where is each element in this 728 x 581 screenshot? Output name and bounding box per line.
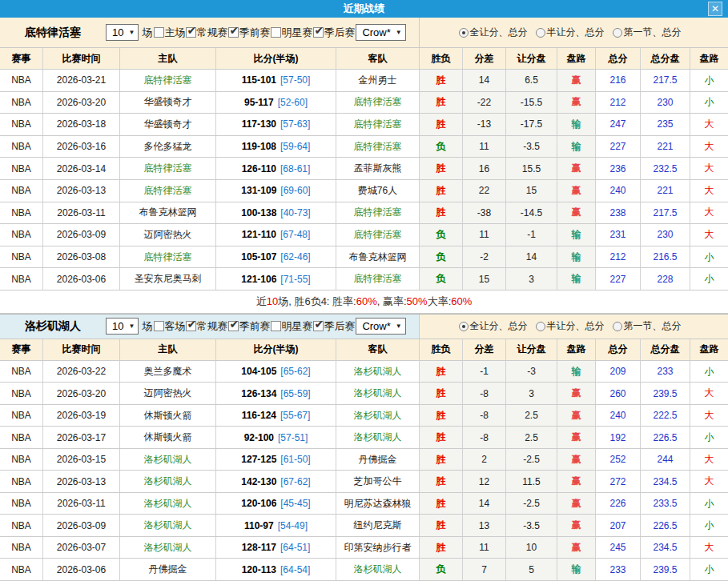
checkbox-checked[interactable]: ✔: [186, 27, 196, 38]
cell-home-team-text: 迈阿密热火: [144, 387, 192, 400]
cell-away-team: 洛杉矶湖人: [336, 361, 420, 383]
cell-point-diff-text: 16: [479, 163, 489, 174]
cell-total-result-text: 大: [705, 228, 714, 242]
bookmaker-select[interactable]: Crow* ▼: [356, 24, 405, 41]
cell-total-result-text: 小: [705, 95, 714, 109]
cell-score: 142-130[67-62]: [216, 471, 336, 492]
cell-league-text: NBA: [11, 207, 31, 218]
checkbox-checked[interactable]: ✔: [313, 321, 324, 331]
cell-score: 126-110[68-61]: [216, 158, 336, 179]
summary-text: , 赢率:: [377, 295, 407, 309]
checkbox-checked[interactable]: ✔: [228, 27, 239, 38]
column-header: 总分盘: [641, 48, 690, 69]
cell-handicap-result-text: 输: [572, 118, 581, 131]
cell-handicap-result: 输: [557, 559, 596, 580]
cell-handicap-result-text: 赢: [572, 74, 581, 87]
cell-total-line-text: 228: [657, 274, 673, 285]
cell-result-text: 负: [436, 228, 446, 242]
radio-label: 半让分、总分: [547, 26, 605, 39]
cell-home-team-text: 洛杉矶湖人: [144, 453, 192, 467]
games-count-select[interactable]: 10 ▼: [106, 318, 139, 335]
cell-total-line-text: 235: [657, 118, 673, 130]
cell-total-points-text: 207: [609, 520, 625, 531]
checkbox-checked[interactable]: ✔: [313, 27, 324, 38]
close-button[interactable]: ✕: [708, 2, 722, 16]
checkbox-label: 主场: [164, 26, 185, 38]
radio-unselected[interactable]: [613, 28, 622, 38]
cell-score: 131-109[69-60]: [216, 180, 336, 202]
cell-away-team-text: 纽约尼克斯: [354, 519, 402, 532]
cell-date-text: 2026-03-14: [57, 163, 106, 174]
cell-total-line-text: 233: [657, 366, 673, 377]
cell-league-text: NBA: [11, 410, 31, 421]
cell-handicap-result: 赢: [557, 202, 596, 224]
cell-total-result: 大: [690, 449, 728, 471]
radio-unselected[interactable]: [613, 322, 622, 331]
cell-point-diff-text: 2: [481, 454, 487, 465]
cell-handicap-line: 14: [506, 246, 557, 268]
checkbox-unchecked[interactable]: [271, 321, 281, 331]
cell-total-points-text: 192: [609, 432, 625, 443]
games-count-select[interactable]: 10 ▼: [106, 24, 139, 41]
cell-result-text: 胜: [436, 497, 446, 511]
cell-home-team-text: 丹佛掘金: [149, 563, 187, 576]
cell-result: 胜: [420, 537, 463, 559]
checkbox-checked[interactable]: ✔: [186, 321, 196, 331]
cell-away-team-text: 明尼苏达森林狼: [344, 497, 412, 511]
pistons-table-body: NBA2026-03-21底特律活塞115-101[57-50]金州勇士胜146…: [0, 70, 728, 290]
cell-total-result-text: 大: [705, 140, 714, 154]
cell-score-text: [64-51]: [280, 542, 310, 553]
cell-handicap-result: 赢: [557, 427, 596, 448]
radio-selected[interactable]: [459, 28, 469, 38]
summary-text: 60%: [356, 295, 377, 307]
checkbox-unchecked[interactable]: [271, 27, 281, 38]
cell-point-diff: 22: [463, 180, 506, 202]
cell-away-team-text: 底特律活塞: [354, 95, 402, 109]
cell-total-points: 240: [596, 180, 641, 202]
chevron-down-icon: ▼: [128, 323, 135, 330]
cell-total-result: 大: [690, 136, 728, 158]
cell-home-team: 迈阿密热火: [120, 383, 216, 404]
column-header: 分差: [463, 48, 506, 69]
cell-home-team: 底特律活塞: [120, 180, 216, 202]
radio-unselected[interactable]: [536, 322, 545, 331]
cell-handicap-line-text: 2.5: [525, 432, 538, 443]
cell-result-text: 负: [436, 272, 446, 286]
cell-score: 117-130[57-63]: [216, 114, 336, 135]
checkbox-unchecked[interactable]: [154, 27, 164, 38]
handicap-mode-radio-group: 全让分、总分半让分、总分第一节、总分: [420, 18, 728, 47]
cell-handicap-result: 赢: [557, 493, 596, 515]
cell-total-result: 大: [690, 202, 728, 224]
cell-total-line: 226.5: [641, 515, 690, 536]
cell-total-result: 大: [690, 537, 728, 559]
cell-result-text: 胜: [436, 365, 446, 379]
checkbox-checked[interactable]: ✔: [228, 321, 239, 331]
cell-score-text: 116-124: [242, 410, 276, 421]
cell-point-diff: 2: [463, 449, 506, 471]
cell-result-text: 负: [436, 140, 446, 154]
radio-unselected[interactable]: [536, 28, 545, 38]
cell-total-points-text: 231: [609, 229, 625, 240]
cell-league: NBA: [0, 493, 43, 515]
cell-result-text: 胜: [436, 95, 446, 109]
cell-result: 胜: [420, 158, 463, 179]
cell-away-team: 底特律活塞: [336, 92, 420, 114]
radio-selected[interactable]: [459, 322, 469, 331]
cell-handicap-line: -2.5: [506, 449, 557, 471]
cell-away-team-text: 底特律活塞: [354, 140, 402, 154]
cell-result: 负: [420, 224, 463, 246]
cell-handicap-result-text: 赢: [572, 184, 581, 198]
cell-home-team: 底特律活塞: [120, 158, 216, 179]
close-icon: ✕: [711, 4, 719, 14]
cell-score-text: [69-60]: [280, 185, 310, 196]
table-row: NBA2026-03-19休斯顿火箭116-124[55-67]洛杉矶湖人胜-8…: [0, 405, 728, 427]
bookmaker-select[interactable]: Crow* ▼: [356, 318, 405, 335]
cell-point-diff-text: -2: [480, 251, 489, 262]
cell-date: 2026-03-13: [43, 180, 120, 202]
cell-result-text: 负: [436, 250, 446, 264]
cell-point-diff-text: 15: [479, 274, 489, 285]
cell-point-diff: 11: [463, 537, 506, 559]
cell-score: 115-101[57-50]: [216, 70, 336, 91]
cell-date-text: 2026-03-13: [57, 185, 106, 196]
checkbox-unchecked[interactable]: [154, 321, 164, 331]
